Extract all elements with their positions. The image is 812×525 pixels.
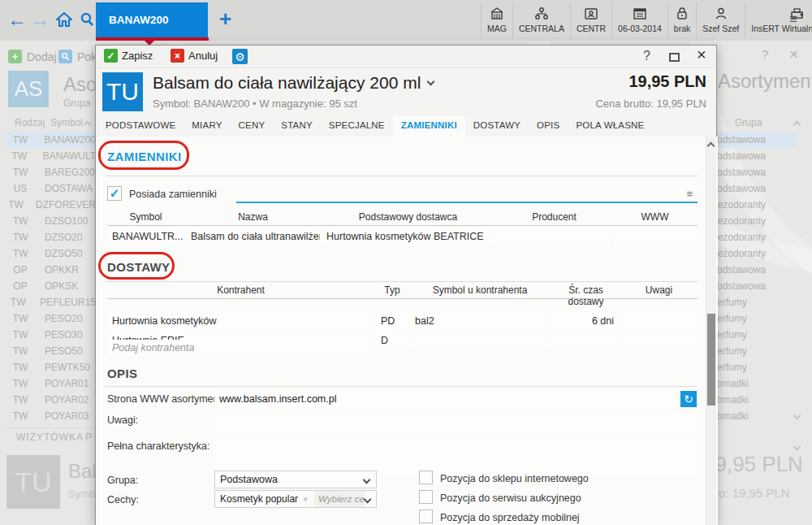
column-header[interactable]: Symbol: [107, 211, 184, 225]
column-header[interactable]: Podstawowy dostawca: [322, 211, 495, 225]
forward-button[interactable]: →: [29, 8, 50, 31]
item-group[interactable]: Podstawowa: [710, 148, 808, 164]
chevron-down-icon[interactable]: [427, 77, 435, 85]
column-header[interactable]: Typ: [376, 284, 408, 310]
status-user[interactable]: Szef Szef: [697, 2, 745, 39]
open-url-button[interactable]: ↻: [680, 391, 697, 407]
dialog-tab[interactable]: CENY: [231, 115, 274, 137]
add-kontrahent-input[interactable]: Podaj kontrahenta: [107, 340, 374, 356]
list-item[interactable]: TW BANAW200: [6, 132, 96, 148]
save-button[interactable]: ✓ Zapisz: [104, 49, 153, 63]
item-group[interactable]: Podstawowa: [710, 180, 808, 197]
item-group[interactable]: Pomadki: [710, 375, 808, 392]
list-item[interactable]: TW DZSO20: [6, 229, 96, 245]
search-button[interactable]: [76, 8, 97, 31]
status-warehouse[interactable]: MAG: [481, 2, 513, 39]
dialog-tab[interactable]: POLA WŁASNE: [568, 115, 652, 137]
status-lock[interactable]: brak: [668, 2, 697, 39]
dialog-tab[interactable]: STANY: [273, 115, 321, 137]
list-item[interactable]: TW PESO20: [6, 310, 96, 327]
zamienniki-search-input[interactable]: ≡: [236, 185, 698, 203]
item-group[interactable]: Perfumy: [710, 359, 808, 375]
tab-wizytowka-background[interactable]: WIZYTÓWKA: [16, 432, 84, 443]
item-group[interactable]: Dezodoranty: [710, 229, 808, 245]
column-header-grupa[interactable]: Grupa: [735, 117, 762, 128]
list-item[interactable]: US DOSTAWA: [6, 180, 96, 197]
list-item[interactable]: TW POYAR01: [6, 375, 96, 392]
column-header[interactable]: Symbol u kontrahenta: [410, 284, 550, 310]
item-group[interactable]: Perfumy: [710, 327, 808, 343]
dialog-tab[interactable]: OPIS: [529, 115, 568, 137]
item-group[interactable]: Perfumy: [710, 294, 808, 310]
close-button[interactable]: ×: [697, 46, 706, 63]
status-branch[interactable]: CENTRALA: [513, 2, 571, 39]
zamienniki-table-row[interactable]: BANAWULTR... Balsam do ciała ultranawilż…: [107, 228, 698, 247]
item-group[interactable]: Podstawowa: [710, 132, 808, 148]
show-button-background[interactable]: Pok: [77, 50, 97, 63]
item-group[interactable]: Perfumy: [710, 343, 808, 359]
home-button[interactable]: [54, 8, 75, 31]
grupa-select[interactable]: Podstawowa: [214, 471, 377, 488]
add-button-background[interactable]: Dodaj: [27, 50, 57, 63]
item-group[interactable]: Perfumy: [710, 310, 808, 327]
column-header[interactable]: Uwagi: [622, 284, 696, 310]
list-item[interactable]: TW DZSO50: [6, 245, 96, 262]
dialog-tab[interactable]: ZAMIENNIKI: [393, 115, 465, 137]
dialog-tab[interactable]: MIARY: [184, 115, 230, 137]
overflow-menu-icon[interactable]: ≡: [789, 11, 797, 28]
open-tab-banaw200[interactable]: BANAW200: [96, 2, 208, 37]
back-button[interactable]: ←: [6, 8, 28, 31]
list-item[interactable]: TW BAREG200: [6, 164, 96, 180]
tab-partial-background[interactable]: P: [85, 432, 92, 443]
www-input[interactable]: www.balsam.insert.com.pl ↻: [214, 390, 698, 408]
item-group[interactable]: Dezodoranty: [710, 197, 808, 213]
list-item[interactable]: TW DZFOREVER: [6, 197, 96, 213]
list-item[interactable]: TW DZSO100: [6, 213, 96, 229]
dialog-tab[interactable]: SPECJALNE: [321, 115, 393, 137]
list-item[interactable]: TW PEFLEUR15: [6, 294, 96, 310]
status-centr[interactable]: CENTR: [571, 2, 612, 39]
sprzedaz-mobilna-checkbox[interactable]: [419, 510, 433, 523]
maximize-button[interactable]: [669, 53, 680, 62]
column-header[interactable]: Kontrahent: [107, 284, 374, 310]
sklep-internetowy-checkbox[interactable]: [419, 471, 433, 484]
item-group[interactable]: Podstawowa: [710, 164, 808, 180]
scroll-up-icon[interactable]: [793, 121, 801, 129]
list-item[interactable]: TW POYAR02: [6, 392, 96, 408]
settings-button[interactable]: ⚙: [232, 49, 248, 64]
item-group[interactable]: Pomadki: [710, 392, 808, 408]
posiada-zamienniki-checkbox[interactable]: ✓: [107, 186, 122, 201]
cancel-button[interactable]: × Anuluj: [171, 49, 218, 63]
charakterystyka-textarea[interactable]: [214, 437, 698, 475]
list-item[interactable]: TW PEWTK50: [6, 359, 96, 375]
remove-tag-icon[interactable]: ×: [303, 491, 314, 507]
item-group[interactable]: Podstawowa: [710, 262, 808, 278]
item-group[interactable]: Dezodoranty: [710, 245, 808, 262]
list-item[interactable]: OP OPKSK: [6, 278, 96, 294]
status-printer[interactable]: InsERT Wirtualna druk...: [745, 2, 812, 39]
dialog-tab[interactable]: PODSTAWOWE: [97, 115, 184, 137]
column-header[interactable]: Producent: [496, 211, 612, 225]
column-header-rodzaj[interactable]: Rodzaj: [15, 117, 45, 128]
item-group[interactable]: Podstawowa: [710, 278, 808, 294]
collapse-panel-icon[interactable]: [793, 443, 801, 451]
new-tab-button[interactable]: +: [219, 7, 231, 32]
help-button[interactable]: ?: [643, 48, 650, 64]
serwis-aukcyjny-checkbox[interactable]: [419, 490, 433, 504]
status-date[interactable]: 06-03-2014: [612, 2, 668, 39]
list-item[interactable]: TW POYAR03: [6, 408, 96, 424]
dostawy-table-row[interactable]: Hurtownia kosmetyków PD bal2 6 dni: [107, 312, 698, 332]
cechy-select[interactable]: Kosmetyk popular × Wybierz cechę: [214, 490, 377, 508]
uwagi-textarea[interactable]: [214, 411, 698, 434]
column-header[interactable]: Nazwa: [186, 211, 320, 225]
item-group[interactable]: Dezodoranty: [710, 213, 808, 229]
column-header[interactable]: Śr. czas dostawy: [551, 284, 620, 310]
list-item[interactable]: TW BANAWULT: [6, 148, 96, 164]
list-item[interactable]: OP OPKKR: [6, 262, 96, 278]
dialog-tab[interactable]: DOSTAWY: [465, 115, 529, 137]
list-item[interactable]: TW PESO50: [6, 343, 96, 359]
column-header-symbol[interactable]: Symbol: [50, 117, 83, 128]
column-header[interactable]: WWW: [614, 211, 696, 225]
list-item[interactable]: TW PESO30: [6, 327, 96, 343]
dialog-scrollbar-thumb[interactable]: [707, 314, 715, 406]
